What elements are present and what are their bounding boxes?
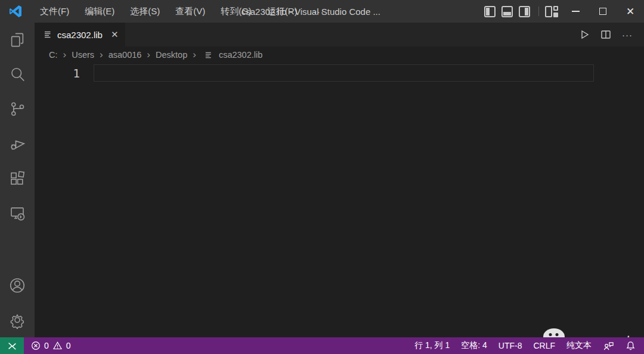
toggle-panel-icon[interactable] <box>501 6 513 17</box>
close-icon: ✕ <box>626 7 634 17</box>
minimize-icon <box>572 11 580 12</box>
notifications-bell-icon[interactable] <box>626 340 636 351</box>
tab-csa2302-lib[interactable]: csa2302.lib ✕ <box>35 23 125 46</box>
breadcrumb-asa0016[interactable]: asa0016 <box>107 50 143 60</box>
language-mode-status[interactable]: 纯文本 <box>566 340 592 351</box>
menu-file[interactable]: 文件(F) <box>32 0 77 23</box>
breadcrumb-separator: › <box>191 49 198 61</box>
customize-layout-icon[interactable] <box>545 6 558 17</box>
problems-status[interactable]: 0 0 <box>31 341 71 350</box>
toggle-secondary-sidebar-icon[interactable] <box>519 6 530 17</box>
editor-region: csa2302.lib ✕ ··· C: › Users › asa0016 ›… <box>35 23 644 337</box>
extensions-icon[interactable] <box>0 161 35 195</box>
more-actions-icon[interactable]: ··· <box>619 26 636 43</box>
window-title: csa2302.lib - Visual Studio Code ... <box>242 0 380 23</box>
breadcrumb-filename[interactable]: csa2302.lib <box>218 50 264 60</box>
breadcrumb-separator: › <box>145 49 152 61</box>
remote-icon <box>7 340 17 351</box>
errors-count: 0 <box>44 341 49 350</box>
breadcrumb-desktop[interactable]: Desktop <box>154 50 188 60</box>
run-and-debug-icon[interactable] <box>0 126 35 161</box>
breadcrumb-file-icon <box>204 51 213 60</box>
encoding-status[interactable]: UTF-8 <box>499 341 522 350</box>
minimize-button[interactable] <box>562 0 589 23</box>
menu-view[interactable]: 查看(V) <box>168 0 213 23</box>
menu-edit[interactable]: 编辑(E) <box>77 0 122 23</box>
maximize-button[interactable] <box>589 0 617 23</box>
settings-gear-icon[interactable] <box>0 303 35 337</box>
run-file-icon[interactable] <box>576 26 593 43</box>
explorer-icon[interactable] <box>0 23 35 57</box>
tab-close-icon[interactable]: ✕ <box>111 29 119 40</box>
indentation-status[interactable]: 空格: 4 <box>461 340 487 351</box>
tab-bar: csa2302.lib ✕ ··· <box>35 23 644 46</box>
breadcrumb-users[interactable]: Users <box>70 50 95 60</box>
line-number: 1 <box>35 65 80 82</box>
breadcrumb-drive[interactable]: C: <box>48 50 59 60</box>
editor-content[interactable]: 1 <box>35 63 644 337</box>
editor-actions: ··· <box>576 23 644 46</box>
activity-bar-top <box>0 23 35 230</box>
titlebar-controls: ✕ <box>484 0 644 23</box>
search-icon[interactable] <box>0 57 35 92</box>
file-icon <box>43 30 52 39</box>
split-editor-icon[interactable] <box>597 26 614 43</box>
warnings-count: 0 <box>66 341 71 350</box>
activity-bar <box>0 23 35 337</box>
breadcrumbs: C: › Users › asa0016 › Desktop › csa2302… <box>35 46 644 63</box>
breadcrumb-separator: › <box>61 49 69 61</box>
errors-icon <box>31 341 41 350</box>
status-bar: 0 0 行 1, 列 1 空格: 4 UTF-8 CRLF 纯文本 <box>0 337 644 354</box>
breadcrumb-separator: › <box>98 49 105 61</box>
close-button[interactable]: ✕ <box>617 0 644 23</box>
accounts-icon[interactable] <box>0 268 35 303</box>
feedback-icon[interactable] <box>603 341 614 351</box>
current-line-highlight <box>94 64 594 82</box>
tab-label: csa2302.lib <box>57 30 103 40</box>
warnings-icon <box>52 341 63 350</box>
eol-status[interactable]: CRLF <box>533 341 555 350</box>
titlebar-separator <box>538 7 539 16</box>
layout-toggles <box>484 6 530 17</box>
remote-indicator[interactable] <box>0 337 24 354</box>
vscode-logo-icon <box>8 4 23 18</box>
vscode-window: 文件(F) 编辑(E) 选择(S) 查看(V) 转到(G) 运行(R) ··· … <box>0 0 644 354</box>
title-bar: 文件(F) 编辑(E) 选择(S) 查看(V) 转到(G) 运行(R) ··· … <box>0 0 644 23</box>
toggle-primary-sidebar-icon[interactable] <box>484 6 496 17</box>
status-bar-right: 行 1, 列 1 空格: 4 UTF-8 CRLF 纯文本 <box>414 340 644 351</box>
activity-bar-bottom <box>0 268 35 337</box>
menu-selection[interactable]: 选择(S) <box>122 0 168 23</box>
maximize-icon <box>599 8 606 15</box>
cursor-position-status[interactable]: 行 1, 列 1 <box>414 340 450 351</box>
remote-explorer-icon[interactable] <box>0 195 35 230</box>
source-control-icon[interactable] <box>0 92 35 126</box>
